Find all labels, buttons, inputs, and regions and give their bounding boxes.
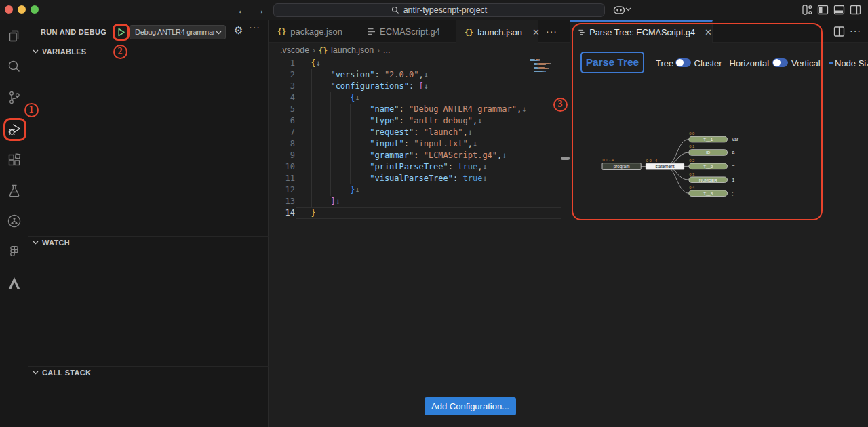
debug-configuration-dropdown[interactable]: Debug ANTLR4 grammar	[130, 25, 226, 39]
back-arrow-icon[interactable]: ←	[236, 0, 248, 20]
section-variables[interactable]: VARIABLES	[28, 45, 269, 58]
tab-ECMAScript.g4[interactable]: ECMAScript.g4	[359, 20, 456, 43]
line-number: 11	[269, 173, 295, 184]
copilot-icon[interactable]	[612, 4, 626, 16]
minimap-line	[546, 70, 547, 70]
source-control-icon[interactable]	[6, 89, 22, 106]
minimap-line	[528, 75, 528, 75]
command-center-search[interactable]: antlr-typescript-project	[273, 3, 605, 17]
annotation-step-3-number: 3	[558, 99, 563, 110]
breadcrumb-file[interactable]: launch.json	[331, 45, 374, 55]
line-number: 7	[269, 127, 295, 138]
annotation-rect-play-button	[113, 24, 130, 41]
customize-layout-icon[interactable]	[802, 4, 813, 16]
minimap-line	[538, 64, 545, 65]
toggle-panel-icon[interactable]	[833, 4, 845, 16]
antlr-icon[interactable]	[6, 274, 22, 291]
dropdown-chevron-icon	[216, 30, 222, 35]
code-line-12[interactable]: 12 }↓	[269, 184, 570, 196]
chevron-down-icon	[33, 241, 39, 245]
toggle-secondary-sidebar-icon[interactable]	[850, 4, 861, 16]
close-window-button[interactable]	[5, 5, 13, 14]
json-file-icon: {}	[319, 46, 328, 55]
extensions-icon[interactable]	[6, 152, 22, 168]
chevron-down-icon	[33, 371, 39, 375]
minimap-line	[538, 63, 551, 64]
code-line-9[interactable]: 9 "grammar": "ECMAScript.g4",↓	[269, 150, 570, 161]
panel-more-actions-icon[interactable]: ···	[850, 20, 861, 43]
minimap-line	[528, 58, 528, 58]
copilot-chevron-down-icon[interactable]	[625, 7, 631, 12]
code-line-4[interactable]: 4 {↓	[269, 92, 570, 104]
section-label: VARIABLES	[42, 47, 86, 56]
minimap-line	[539, 60, 540, 61]
code-text: "request": "launch",↓	[311, 127, 473, 138]
code-text: "name": "Debug ANTLR4 grammar",↓	[311, 104, 527, 115]
code-text: ]↓	[311, 196, 340, 207]
code-line-2[interactable]: 2 "version": "2.0.0",↓	[269, 69, 570, 81]
code-editor[interactable]: 1{↓2 "version": "2.0.0",↓3 "configuratio…	[269, 58, 570, 427]
json-file-icon: {}	[465, 28, 473, 37]
minimap-line	[548, 68, 549, 69]
minimap-line	[530, 60, 538, 61]
debug-settings-gear-icon[interactable]: ⚙	[234, 26, 245, 37]
section-call-stack[interactable]: CALL STACK	[28, 366, 269, 379]
testing-icon[interactable]	[6, 182, 22, 199]
minimap-line	[544, 71, 546, 72]
line-number: 6	[269, 115, 295, 127]
line-number: 13	[269, 196, 295, 207]
views-and-more-actions-icon[interactable]: ···	[249, 22, 260, 33]
design-tool-icon[interactable]	[6, 243, 22, 260]
line-number: 14	[269, 207, 295, 219]
tab-package.json[interactable]: {}package.json	[269, 20, 359, 43]
code-text: {↓	[311, 58, 321, 69]
chevron-down-icon	[33, 49, 39, 54]
annotation-step-2-number: 2	[118, 46, 123, 57]
annotation-step-2: 2	[113, 45, 127, 59]
maximize-window-button[interactable]	[31, 5, 39, 14]
code-line-10[interactable]: 10 "printParseTree": true,↓	[269, 161, 570, 173]
code-line-14[interactable]: 14}	[269, 207, 570, 219]
call-graph-icon[interactable]	[6, 213, 22, 229]
forward-arrow-icon[interactable]: →	[254, 0, 266, 20]
breadcrumb-separator-icon: ›	[313, 46, 315, 54]
minimap-line	[534, 66, 538, 66]
run-and-debug-sidebar: RUN AND DEBUG Debug ANTLR4 grammar ⚙ ···…	[28, 20, 269, 427]
code-line-7[interactable]: 7 "request": "launch",↓	[269, 127, 570, 138]
tab-launch.json[interactable]: {}launch.json✕	[456, 20, 538, 43]
grammar-file-icon	[368, 28, 376, 35]
line-number: 8	[269, 138, 295, 150]
code-line-8[interactable]: 8 "input": "input.txt",↓	[269, 138, 570, 150]
editor-more-actions-icon[interactable]: ···	[546, 20, 557, 43]
code-text: {↓	[311, 92, 360, 104]
close-tab-icon[interactable]: ✕	[532, 27, 540, 37]
minimap-line	[540, 68, 548, 69]
debug-configuration-value: Debug ANTLR4 grammar	[135, 28, 215, 36]
code-text: "input": "input.txt",↓	[311, 138, 478, 150]
add-configuration-button[interactable]: Add Configuration...	[425, 397, 516, 415]
toggle-primary-sidebar-icon[interactable]	[817, 4, 829, 16]
minimap[interactable]	[526, 58, 557, 78]
code-line-11[interactable]: 11 "visualParseTree": true↓	[269, 173, 570, 184]
annotation-step-1-number: 1	[29, 104, 34, 115]
minimap-line	[545, 67, 545, 68]
breadcrumb-folder[interactable]: .vscode	[280, 45, 309, 55]
minimize-window-button[interactable]	[18, 5, 26, 14]
code-line-6[interactable]: 6 "type": "antlr-debug",↓	[269, 115, 570, 127]
search-view-icon[interactable]	[6, 58, 22, 75]
explorer-icon[interactable]	[6, 28, 22, 44]
code-line-5[interactable]: 5 "name": "Debug ANTLR4 grammar",↓	[269, 104, 570, 115]
line-number: 4	[269, 92, 295, 104]
breadcrumb-symbol[interactable]: ...	[383, 45, 390, 55]
code-line-1[interactable]: 1{↓	[269, 58, 570, 69]
section-watch[interactable]: WATCH	[28, 236, 269, 249]
code-line-3[interactable]: 3 "configurations": [↓	[269, 81, 570, 92]
resize-sash-handle[interactable]	[561, 157, 570, 160]
split-editor-icon[interactable]	[833, 26, 845, 37]
code-text: "grammar": "ECMAScript.g4",↓	[311, 150, 507, 161]
line-number: 10	[269, 161, 295, 173]
json-file-icon: {}	[277, 27, 286, 36]
code-line-13[interactable]: 13 ]↓	[269, 196, 570, 207]
annotation-rect-parse-tree-panel	[572, 23, 823, 220]
code-text: }	[311, 207, 316, 219]
